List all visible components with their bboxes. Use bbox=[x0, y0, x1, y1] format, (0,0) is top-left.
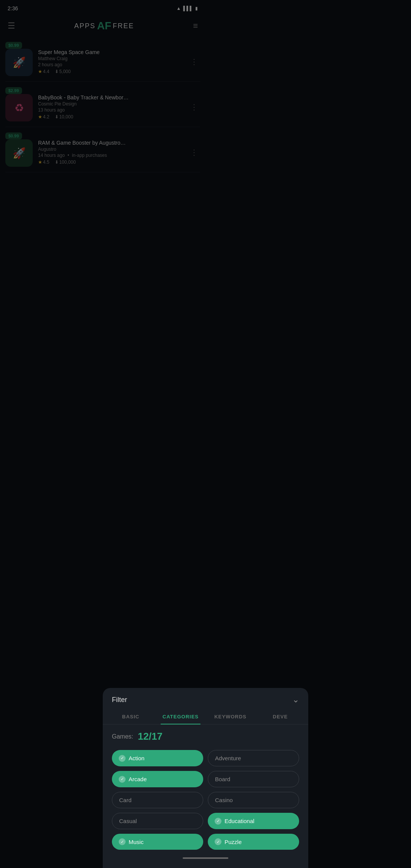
overlay-background[interactable] bbox=[0, 0, 206, 434]
